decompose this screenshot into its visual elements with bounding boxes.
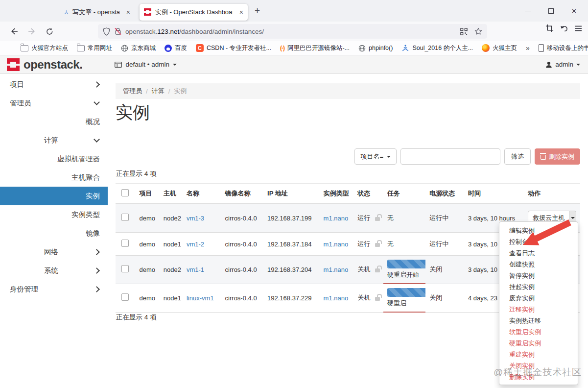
instance-name-link[interactable]: vm1-2 <box>187 241 204 248</box>
power-state-cell: 运行中 <box>425 233 464 256</box>
qr-scan-icon[interactable] <box>460 28 468 35</box>
tab-close-icon[interactable]: × <box>126 9 130 16</box>
bookmark-star-icon[interactable] <box>474 27 482 35</box>
forward-icon[interactable] <box>24 24 39 39</box>
flavor-link[interactable]: m1.nano <box>324 241 349 248</box>
column-header[interactable]: 名称 <box>183 184 221 204</box>
user-menu[interactable]: admin <box>545 61 580 68</box>
bookmark-item[interactable]: 百度 <box>161 43 191 54</box>
row-checkbox[interactable] <box>121 293 129 301</box>
insecure-lock-icon[interactable] <box>115 27 121 35</box>
ip-cell: 192.168.37.199 <box>263 204 320 233</box>
select-all-checkbox[interactable] <box>121 189 129 196</box>
sidebar-section[interactable]: 系统 <box>0 261 108 280</box>
minimize-icon[interactable] <box>525 8 531 14</box>
column-header[interactable]: 项目 <box>135 184 159 204</box>
menu-item[interactable]: 软重启实例 <box>499 326 578 338</box>
bookmark-mobile-devices[interactable]: 移动设备上的书签 <box>535 43 588 54</box>
sidebar-section[interactable]: 管理员 <box>0 94 108 112</box>
row-checkbox[interactable] <box>121 214 129 221</box>
filter-bar: 项目名= 筛选 删除实例 <box>354 148 580 165</box>
sidebar-item[interactable]: 主机聚合 <box>0 168 108 187</box>
column-header[interactable]: 状态 <box>353 184 371 204</box>
bookmark-label: 火狐官方站点 <box>31 44 68 52</box>
menu-item[interactable]: 硬重启实例 <box>499 338 578 349</box>
flavor-link[interactable]: m1.nano <box>324 266 349 273</box>
bookmark-item[interactable]: (-)阿里巴巴开源镜像站-... <box>276 43 353 54</box>
bookmark-item[interactable]: 火狐官方站点 <box>17 43 72 54</box>
sidebar-item[interactable]: 概况 <box>0 112 108 131</box>
instance-name-link[interactable]: linux-vm1 <box>187 294 214 302</box>
bookmark-item[interactable]: 火狐主页 <box>478 43 521 54</box>
status-cell: 关机 <box>353 284 371 312</box>
flavor-link[interactable]: m1.nano <box>324 294 349 302</box>
column-header[interactable] <box>371 184 383 204</box>
tab-close-icon[interactable]: × <box>239 9 243 16</box>
close-icon[interactable]: × <box>571 8 577 14</box>
row-checkbox[interactable] <box>121 265 129 272</box>
delete-instances-button[interactable]: 删除实例 <box>535 148 580 165</box>
column-header[interactable]: 任务 <box>383 184 425 204</box>
menu-item[interactable]: 编辑实例 <box>499 225 578 236</box>
sidebar-item[interactable]: 实例 <box>0 187 108 205</box>
filter-button[interactable]: 筛选 <box>504 148 531 165</box>
menu-item[interactable]: 查看日志 <box>499 247 578 259</box>
project-context-switcher[interactable]: default • admin <box>115 61 177 68</box>
restore-session-icon[interactable] <box>560 24 568 32</box>
sidebar-item[interactable]: 镜像 <box>0 224 108 242</box>
bookmark-item[interactable]: phpinfo() <box>354 43 397 53</box>
column-header[interactable]: 动作 <box>524 184 580 204</box>
menu-item[interactable]: 创建快照 <box>499 259 578 270</box>
bookmark-label: 阿里巴巴开源镜像站-... <box>287 44 350 52</box>
openstack-header: openstack. default • admin admin <box>0 55 588 74</box>
url-bar[interactable]: openstack.123.net/dashboard/admin/instan… <box>98 24 487 39</box>
sidebar-section[interactable]: 网络 <box>0 242 108 261</box>
menu-item[interactable]: 迁移实例 <box>499 304 578 315</box>
menu-item[interactable]: 暂停实例 <box>499 270 578 281</box>
instance-name-link[interactable]: vm1-1 <box>187 266 204 273</box>
sidebar-section[interactable]: 项目 <box>0 75 108 94</box>
maximize-icon[interactable] <box>548 8 554 14</box>
filter-field-select[interactable]: 项目名= <box>354 148 397 165</box>
reload-icon[interactable] <box>42 24 57 39</box>
filter-search-input[interactable] <box>400 148 500 165</box>
column-header[interactable]: IP 地址 <box>263 184 320 204</box>
sidebar-section[interactable]: 身份管理 <box>0 280 108 298</box>
bookmark-label: 火狐主页 <box>493 44 517 52</box>
column-header[interactable]: 镜像名称 <box>221 184 263 204</box>
menu-item[interactable]: 实例热迁移 <box>499 315 578 326</box>
bookmarks-bar: 火狐官方站点常用网址京东商城百度CCSDN - 专业开发者社...(-)阿里巴巴… <box>0 41 588 55</box>
bookmark-item[interactable]: 京东商城 <box>117 43 160 54</box>
bookmarks-overflow-chevron-icon[interactable]: » <box>521 44 535 52</box>
menu-item[interactable]: 重建实例 <box>499 349 578 360</box>
bookmark-item[interactable]: CCSDN - 专业开发者社... <box>192 43 275 54</box>
status-cell: 运行 <box>353 233 371 256</box>
column-header[interactable]: 实例类型 <box>320 184 354 204</box>
instance-name-link[interactable]: vm1-3 <box>187 215 204 222</box>
tab-juejin-editor[interactable]: 写文章 - openstack controller × <box>60 4 135 21</box>
breadcrumb-compute[interactable]: 计算 <box>152 87 165 96</box>
back-icon[interactable] <box>7 24 22 39</box>
sidebar-item[interactable]: 实例类型 <box>0 205 108 224</box>
menu-hamburger-icon[interactable] <box>574 25 582 32</box>
ip-cell: 192.168.37.184 <box>263 233 320 256</box>
new-tab-button[interactable]: + <box>255 5 260 16</box>
sidebar-section[interactable]: 计算 <box>0 131 108 149</box>
bookmark-label: Soul_2016 的个人主... <box>412 44 473 52</box>
sidebar-item[interactable]: 虚拟机管理器 <box>0 149 108 168</box>
menu-item[interactable]: 控制台 <box>499 236 578 247</box>
menu-item[interactable]: 挂起实例 <box>499 281 578 292</box>
unlocked-icon <box>375 243 380 247</box>
breadcrumb-admin[interactable]: 管理员 <box>123 87 142 96</box>
column-header[interactable]: 时间 <box>464 184 524 204</box>
tab-openstack-dashboard[interactable]: 实例 - OpenStack Dashboard × <box>140 4 248 21</box>
screenshot-crop-icon[interactable] <box>545 24 554 32</box>
bookmark-item[interactable]: Soul_2016 的个人主... <box>398 43 477 54</box>
shield-icon[interactable] <box>103 27 110 36</box>
column-header[interactable]: 电源状态 <box>425 184 464 204</box>
row-checkbox[interactable] <box>121 240 129 247</box>
menu-item[interactable]: 废弃实例 <box>499 292 578 304</box>
flavor-link[interactable]: m1.nano <box>324 215 349 222</box>
column-header[interactable]: 主机 <box>160 184 183 204</box>
bookmark-item[interactable]: 常用网址 <box>73 43 116 54</box>
